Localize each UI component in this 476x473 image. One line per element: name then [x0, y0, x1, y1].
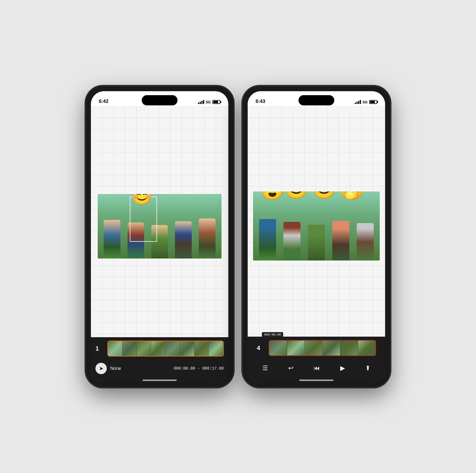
- frame-6: [180, 341, 195, 356]
- battery-fill-2: [370, 101, 375, 103]
- emoji-sticker-1[interactable]: 😊: [131, 194, 153, 205]
- timeline-track-1: 1: [91, 341, 228, 357]
- timestamp-range-1: 000:00.00 - 000:17.08: [174, 366, 224, 371]
- person-1: [104, 220, 120, 259]
- battery-icon-1: [212, 100, 220, 104]
- signal-bar-2-3: [358, 101, 359, 104]
- timeline-area-2: 000:00.00 4: [248, 337, 385, 382]
- phone-2: 6:43 5G: [243, 86, 390, 387]
- canvas-area-2[interactable]: 😍 😊 😊 🤭: [248, 107, 385, 337]
- home-bar-1: [143, 380, 177, 381]
- t-frame-2: [287, 341, 305, 355]
- frame-4: [151, 341, 166, 356]
- signal-bars-1: [198, 100, 204, 104]
- person-4: [175, 221, 192, 259]
- dynamic-island-1: [142, 95, 178, 105]
- undo-button[interactable]: ↩: [286, 362, 296, 374]
- play-button[interactable]: ▶: [338, 362, 347, 374]
- person-2: [128, 222, 144, 259]
- track-number-1: 1: [95, 345, 104, 352]
- frame-1: [108, 341, 122, 356]
- timeline-area-1: 1 ➤ No: [91, 337, 228, 382]
- photo-scene-2: [253, 191, 379, 261]
- p2-4: [332, 221, 349, 261]
- share-button[interactable]: ⬆: [363, 362, 373, 374]
- frame-2: [122, 341, 137, 356]
- signal-bar-2-4: [360, 100, 361, 104]
- status-icons-1: 5G: [198, 100, 220, 104]
- video-frame-1[interactable]: 😊 Text Font Style Size Tilt Move ›: [98, 194, 222, 259]
- p2-5: [357, 223, 374, 261]
- t-frame-1: [269, 341, 287, 355]
- track-strip-1[interactable]: [107, 341, 224, 357]
- person-3: [151, 225, 168, 259]
- rewind-button[interactable]: ⏮: [311, 362, 322, 374]
- signal-type-2: 5G: [363, 100, 368, 104]
- signal-bar-2-1: [355, 103, 356, 104]
- signal-bar-3: [201, 101, 202, 104]
- status-icons-2: 5G: [355, 100, 377, 104]
- t-frame-6: [358, 341, 376, 355]
- frame-8: [209, 341, 223, 356]
- emoji-p2-1[interactable]: 😍: [260, 191, 285, 199]
- people-row-2: [253, 205, 379, 261]
- t-frame-3: [305, 341, 323, 355]
- battery-fill-1: [213, 101, 218, 103]
- home-indicator-2: [248, 380, 385, 382]
- signal-bar-1: [198, 103, 199, 104]
- frame-5: [166, 341, 180, 356]
- frame-7: [195, 341, 209, 356]
- frame-3: [137, 341, 151, 356]
- battery-icon-2: [369, 100, 377, 104]
- p2-3: [308, 225, 325, 261]
- next-icon: ➤: [99, 365, 103, 372]
- emoji-p2-4[interactable]: 🤭: [339, 191, 365, 199]
- p2-1: [259, 219, 276, 261]
- signal-bar-2: [200, 102, 201, 104]
- person-5: [199, 218, 216, 259]
- signal-bar-4: [203, 100, 204, 104]
- status-time-2: 6:43: [256, 99, 265, 104]
- p2-2: [283, 222, 300, 261]
- signal-type-1: 5G: [206, 100, 211, 104]
- menu-button[interactable]: ☰: [260, 362, 270, 374]
- signal-bars-2: [355, 100, 361, 104]
- emoji-p2-2[interactable]: 😊: [283, 191, 309, 198]
- next-button-1[interactable]: ➤: [95, 363, 107, 374]
- signal-bar-2-2: [356, 102, 358, 104]
- home-indicator-1: [91, 380, 228, 382]
- time-indicator-2: 000:00.00: [262, 332, 283, 337]
- home-bar-2: [299, 380, 333, 381]
- emoji-p2-3[interactable]: 😊: [311, 191, 337, 198]
- dynamic-island-2: [298, 95, 334, 105]
- canvas-area-1[interactable]: 😊 Text Font Style Size Tilt Move ›: [91, 107, 228, 337]
- timeline-track-wrapper-2: 000:00.00 4: [248, 340, 385, 356]
- phone-1: 6:42 5G: [86, 86, 233, 387]
- bottom-toolbar-1: ➤ None 000:00.00 - 000:17.08: [91, 360, 228, 380]
- track-thumbnails-2: [269, 341, 375, 355]
- track-strip-2[interactable]: [269, 340, 376, 356]
- bottom-toolbar-2: ☰ ↩ ⏮ ▶ ⬆: [248, 359, 385, 380]
- filmstrip-frames-1: [108, 341, 223, 356]
- status-time-1: 6:42: [99, 99, 108, 104]
- phone-2-screen: 6:43 5G: [248, 91, 385, 382]
- timeline-track-2: 4: [252, 340, 381, 356]
- people-row: [98, 207, 222, 259]
- track-number-2: 4: [257, 344, 265, 352]
- photo-scene-1: [98, 194, 222, 259]
- none-label-1: None: [110, 366, 121, 371]
- phone-1-screen: 6:42 5G: [91, 91, 228, 382]
- t-frame-4: [323, 341, 341, 355]
- video-frame-2[interactable]: 😍 😊 😊 🤭: [253, 191, 379, 261]
- t-frame-5: [340, 341, 358, 355]
